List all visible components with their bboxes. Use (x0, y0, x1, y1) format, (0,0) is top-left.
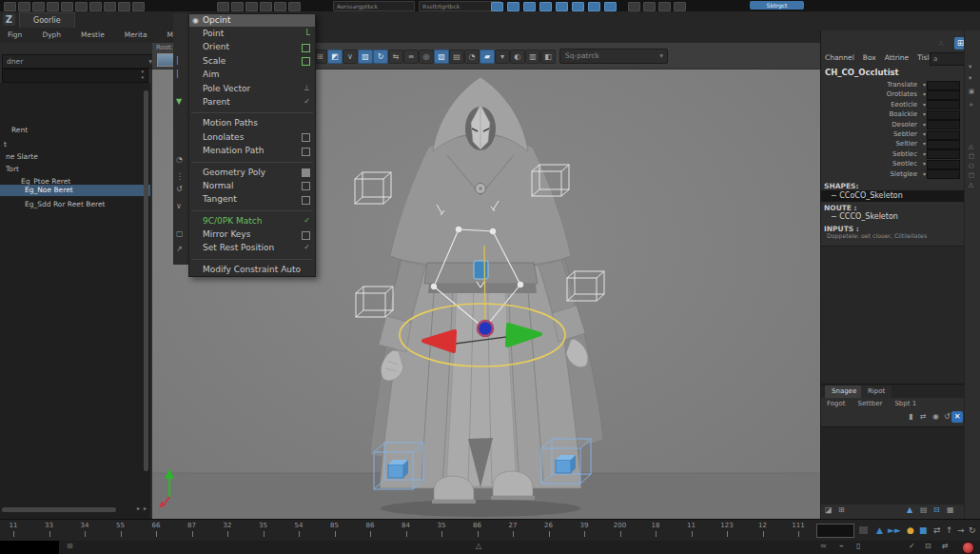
strip-icon[interactable]: ○ (969, 162, 974, 169)
redo-icon[interactable] (61, 2, 73, 11)
copy-icon[interactable] (89, 2, 102, 11)
constraint-menu-item[interactable]: Mirror Keys (189, 228, 315, 241)
lighting-icon[interactable]: ↻ (373, 49, 388, 64)
chevron-down-icon[interactable]: ▾ (923, 80, 926, 89)
play-blue-icon[interactable]: ▲ (907, 505, 912, 514)
select-tool-icon[interactable] (118, 2, 130, 11)
range-slider-handle[interactable] (0, 541, 59, 554)
strip-icon[interactable]: ▢ (969, 171, 974, 179)
outliner-item[interactable]: Eg_Sdd Ror Reet Beret (0, 199, 150, 210)
outliner-item[interactable]: Eg_Noe Beret (0, 185, 150, 196)
outliner-item[interactable]: Tort (0, 164, 148, 175)
lr-menu-sbpt1[interactable]: Sbpt 1 (894, 400, 916, 407)
make-live-icon[interactable] (274, 2, 286, 11)
resolution-gate-icon[interactable]: ▥ (525, 49, 540, 64)
tab-channel[interactable]: Channel (825, 53, 854, 62)
constraint-menu-item[interactable]: PointL (189, 27, 315, 40)
outliner-vertical-scrollbar[interactable] (144, 90, 148, 471)
snap-point-icon[interactable] (245, 2, 258, 11)
constraint-menu-item[interactable]: Set Rest Position✓ (189, 241, 315, 254)
titlebar-dropdown-1[interactable]: Aorssargptbck (333, 1, 415, 11)
render-icon[interactable] (628, 2, 640, 11)
paint-effects-icon[interactable] (674, 2, 686, 11)
chevron-down-icon[interactable]: ▾ (923, 129, 926, 139)
menu-item-merita[interactable]: Merita (123, 30, 149, 40)
strip-icon[interactable]: ▾ (969, 63, 971, 70)
new-scene-icon[interactable] (4, 2, 16, 11)
step-up-icon[interactable]: ↑ (946, 524, 953, 537)
lasso-tool-icon[interactable] (132, 2, 145, 11)
shape-node-row[interactable]: − CCoCO_Skeleton (821, 190, 973, 202)
channel-value-field[interactable] (927, 90, 960, 100)
constraint-menu-item[interactable]: Pole Vector⊥ (189, 82, 315, 95)
outliner-item[interactable]: t (0, 139, 147, 150)
node-row[interactable]: − CCCO_Skeleton (821, 211, 973, 223)
symmetry-y-icon[interactable] (507, 2, 519, 11)
lr-menu-fogot[interactable]: Fogot (827, 400, 846, 407)
refresh-icon[interactable]: ↺ (944, 412, 951, 421)
history-icon[interactable] (288, 2, 301, 11)
save-keys-icon[interactable]: ⊡ (925, 542, 931, 550)
reflection-icon[interactable] (556, 2, 568, 11)
list-icon[interactable]: ▮ (909, 412, 912, 421)
option-box-icon[interactable] (302, 182, 310, 190)
symmetry-z-icon[interactable] (523, 2, 536, 11)
sync-icon[interactable]: ⇄ (942, 542, 949, 550)
swap-icon[interactable]: ⇄ (920, 412, 927, 421)
snap-plane-icon[interactable] (260, 2, 272, 11)
play-up-icon[interactable]: ▲ (876, 524, 883, 537)
film-gate-icon[interactable]: ▰ (480, 49, 495, 64)
channel-value-field[interactable] (927, 81, 960, 90)
option-box-icon[interactable] (302, 44, 310, 52)
channel-value-field[interactable] (927, 169, 960, 179)
menu-item-dyph[interactable]: Dyph (40, 30, 63, 40)
gutter-icon[interactable]: ∨ (176, 203, 182, 210)
tab-box[interactable]: Box (863, 53, 876, 62)
chevron-down-icon[interactable]: ▾ (923, 120, 926, 129)
gate-mask-icon[interactable]: ◎ (419, 49, 434, 64)
gutter-icon[interactable]: ↗ (176, 246, 183, 253)
save-scene-icon[interactable] (32, 2, 45, 11)
symmetry-x-icon[interactable] (491, 2, 503, 11)
chevron-down-icon[interactable]: ▾ (923, 89, 926, 99)
tab-ripot[interactable]: Ripot (861, 386, 892, 398)
menu-item-mestle[interactable]: Mestle (79, 30, 107, 40)
display-list-icon[interactable]: ≡ (403, 49, 419, 64)
ipr-render-icon[interactable] (643, 2, 656, 11)
gutter-icon[interactable]: ↺ (176, 186, 183, 193)
rows-icon[interactable]: ▤ (920, 505, 928, 514)
gutter-icon[interactable]: ▢ (176, 230, 184, 238)
shading-mode-icon[interactable]: ◩ (327, 49, 343, 64)
constraint-menu-item[interactable]: Scale (189, 54, 315, 68)
chevron-down-icon[interactable]: ▾ (923, 139, 926, 148)
channel-value-field[interactable] (927, 110, 960, 120)
constraint-menu-item[interactable]: Lonolates (189, 130, 315, 144)
option-box-icon[interactable] (302, 148, 310, 156)
option-box-icon[interactable] (302, 168, 310, 177)
bar-icon[interactable]: ▯ (856, 542, 860, 550)
show-hide-icon[interactable]: ∴ (939, 40, 943, 48)
tab-snagee[interactable]: Snagee (825, 386, 863, 398)
strip-icon[interactable]: ▾ (969, 74, 971, 82)
outliner-item[interactable]: Rent (0, 125, 150, 136)
panel-icon[interactable]: ◪ (825, 505, 833, 514)
option-box-icon[interactable] (302, 196, 310, 205)
record-key-icon[interactable]: ● (907, 524, 914, 537)
constraint-menu-item[interactable]: Motion Paths (189, 116, 315, 129)
constraint-menu-item[interactable]: Parent✓ (189, 95, 315, 109)
anim-pref-icon[interactable] (859, 526, 868, 534)
stop-icon[interactable]: ■ (919, 524, 928, 537)
grid-small-icon[interactable]: ⊞ (838, 505, 845, 514)
constraint-menu-item[interactable]: Modify Constraint Auto (189, 263, 315, 276)
chevron-down-icon[interactable]: ▾ (923, 109, 926, 119)
camera-attrs-icon[interactable]: ◔ (464, 49, 480, 64)
constraint-menu-item[interactable]: Orient (189, 40, 315, 53)
shading-dd-icon[interactable]: ∨ (343, 49, 358, 64)
xray-icon[interactable] (588, 2, 600, 11)
key-icon[interactable]: ⌁ (839, 542, 844, 550)
overrides-dd-icon[interactable]: ▾ (495, 49, 510, 64)
camera-thumbnail-icon[interactable] (157, 53, 174, 67)
close-icon[interactable]: ✕ (951, 411, 963, 423)
constraint-menu-item[interactable]: Geometry Poly (189, 166, 315, 179)
option-box-icon[interactable] (302, 57, 310, 66)
